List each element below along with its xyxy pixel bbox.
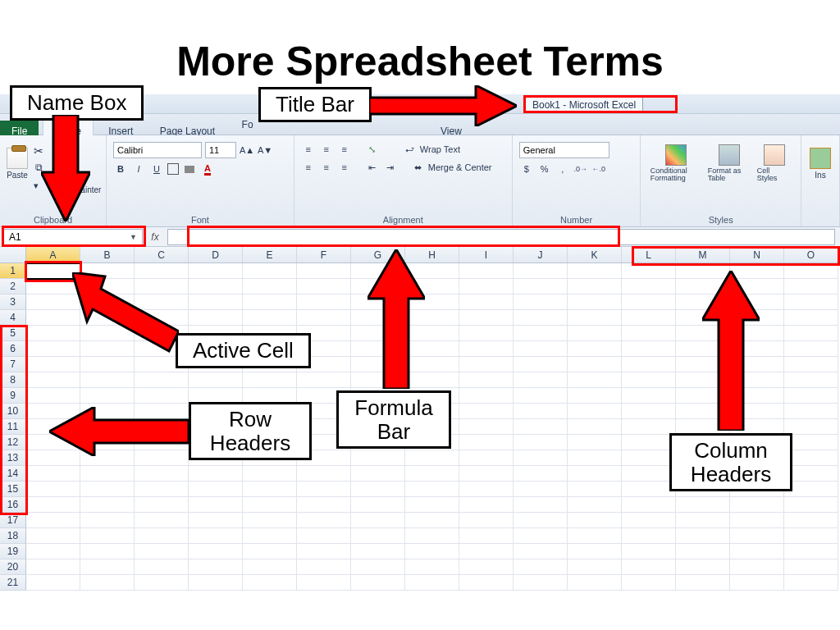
cell[interactable] xyxy=(676,544,730,559)
cell[interactable] xyxy=(351,497,405,513)
cell[interactable] xyxy=(568,575,622,591)
cell[interactable] xyxy=(514,435,568,450)
wrap-text-button[interactable]: ⮐Wrap Text xyxy=(403,142,460,157)
align-middle-icon[interactable]: ≡ xyxy=(319,142,334,157)
col-header-E[interactable]: E xyxy=(243,247,297,262)
cell[interactable] xyxy=(676,559,730,575)
cell[interactable] xyxy=(459,497,514,513)
cell[interactable] xyxy=(80,482,135,497)
cell[interactable] xyxy=(351,450,405,466)
align-left-icon[interactable]: ≡ xyxy=(301,160,316,175)
merge-center-button[interactable]: ⬌Merge & Center xyxy=(411,160,492,175)
cell[interactable] xyxy=(568,435,622,450)
cell[interactable] xyxy=(189,294,243,310)
fx-label[interactable]: fx xyxy=(143,231,167,243)
cell[interactable] xyxy=(568,466,622,482)
col-header-C[interactable]: C xyxy=(135,247,189,262)
cell[interactable] xyxy=(514,310,568,326)
cell[interactable] xyxy=(459,466,514,482)
cell[interactable] xyxy=(676,513,730,528)
cell[interactable] xyxy=(26,544,80,559)
cell[interactable] xyxy=(189,559,243,575)
indent-decrease-icon[interactable]: ⇤ xyxy=(365,160,380,175)
cell[interactable] xyxy=(568,528,622,544)
cell[interactable] xyxy=(459,326,514,341)
cell[interactable] xyxy=(459,544,514,559)
cell[interactable] xyxy=(297,310,351,326)
cell[interactable] xyxy=(568,310,622,326)
cell[interactable] xyxy=(568,497,622,513)
cell[interactable] xyxy=(622,294,676,310)
cell[interactable] xyxy=(622,419,676,435)
cell[interactable] xyxy=(514,466,568,482)
row-header[interactable]: 4 xyxy=(0,310,26,326)
cell[interactable] xyxy=(568,404,622,419)
cell[interactable] xyxy=(676,528,730,544)
italic-button[interactable]: I xyxy=(131,162,146,176)
cell[interactable] xyxy=(622,513,676,528)
cell[interactable] xyxy=(730,575,784,591)
increase-decimal-icon[interactable]: .0→ xyxy=(573,162,588,176)
cell[interactable] xyxy=(622,482,676,497)
cell[interactable] xyxy=(784,575,838,591)
cell[interactable] xyxy=(514,528,568,544)
cell[interactable] xyxy=(784,357,838,372)
cell[interactable] xyxy=(189,482,243,497)
cell[interactable] xyxy=(514,513,568,528)
cell[interactable] xyxy=(243,263,297,279)
cell[interactable] xyxy=(568,544,622,559)
underline-button[interactable]: U xyxy=(149,162,164,176)
cell[interactable] xyxy=(405,482,459,497)
cell[interactable] xyxy=(568,279,622,294)
cell[interactable] xyxy=(514,575,568,591)
cell[interactable] xyxy=(730,559,784,575)
cell[interactable] xyxy=(784,326,838,341)
cell[interactable] xyxy=(26,466,80,482)
cell[interactable] xyxy=(405,497,459,513)
cell[interactable] xyxy=(26,575,80,591)
cell[interactable] xyxy=(297,294,351,310)
cell[interactable] xyxy=(622,326,676,341)
cell[interactable] xyxy=(459,263,514,279)
cell[interactable] xyxy=(568,294,622,310)
cell-styles-button[interactable]: Cell Styles xyxy=(757,139,792,188)
cell[interactable] xyxy=(622,435,676,450)
cell[interactable] xyxy=(135,466,189,482)
cell[interactable] xyxy=(189,263,243,279)
cell[interactable] xyxy=(622,450,676,466)
cell[interactable] xyxy=(351,559,405,575)
cell[interactable] xyxy=(243,497,297,513)
cell[interactable] xyxy=(568,263,622,279)
cell[interactable] xyxy=(243,482,297,497)
cell[interactable] xyxy=(405,466,459,482)
cell[interactable] xyxy=(568,388,622,404)
cell[interactable] xyxy=(80,528,135,544)
cell[interactable] xyxy=(459,575,514,591)
number-format-select[interactable] xyxy=(519,142,609,158)
cell[interactable] xyxy=(784,310,838,326)
cell[interactable] xyxy=(784,544,838,559)
cell[interactable] xyxy=(351,528,405,544)
cell[interactable] xyxy=(514,559,568,575)
cell[interactable] xyxy=(80,559,135,575)
cell[interactable] xyxy=(243,466,297,482)
cell[interactable] xyxy=(622,528,676,544)
cell[interactable] xyxy=(135,544,189,559)
cell[interactable] xyxy=(514,294,568,310)
cell[interactable] xyxy=(297,263,351,279)
cell[interactable] xyxy=(568,513,622,528)
cell[interactable] xyxy=(135,482,189,497)
cell[interactable] xyxy=(730,528,784,544)
cell[interactable] xyxy=(514,279,568,294)
cell[interactable] xyxy=(459,513,514,528)
cell[interactable] xyxy=(784,513,838,528)
cell[interactable] xyxy=(80,388,135,404)
cell[interactable] xyxy=(297,279,351,294)
percent-icon[interactable]: % xyxy=(537,162,552,176)
cell[interactable] xyxy=(676,575,730,591)
cell[interactable] xyxy=(514,357,568,372)
cell[interactable] xyxy=(514,404,568,419)
cell[interactable] xyxy=(26,357,80,372)
cell[interactable] xyxy=(135,372,189,388)
cell[interactable] xyxy=(514,497,568,513)
